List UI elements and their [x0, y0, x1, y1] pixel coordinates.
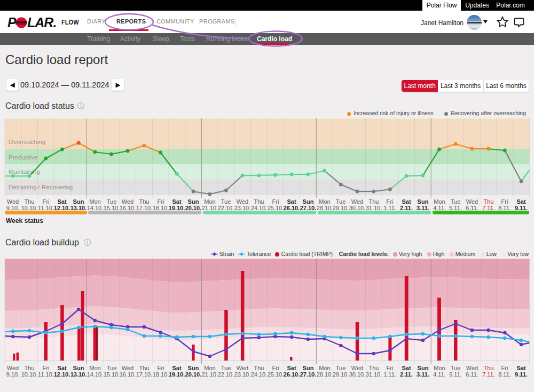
svg-text:Overreaching: Overreaching	[9, 139, 45, 145]
svg-text:Productive: Productive	[9, 154, 37, 161]
svg-text:Detraining / Recovering: Detraining / Recovering	[9, 184, 73, 190]
